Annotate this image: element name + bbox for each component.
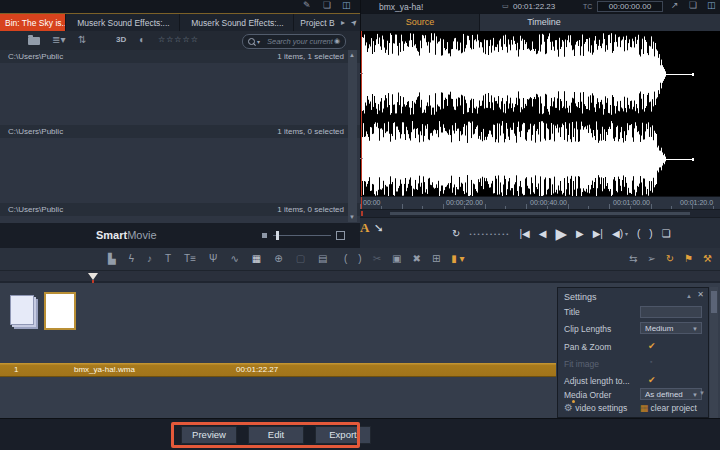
close-icon[interactable]: ✕ (697, 290, 704, 299)
audio-mixer-icon[interactable]: ⇆ (629, 254, 637, 264)
search-icon[interactable] (248, 38, 255, 45)
smartmovie-bar[interactable]: SmartMovie (0, 222, 360, 248)
scorefitter-icon[interactable]: ♪ (147, 254, 152, 264)
folder-icon[interactable] (28, 37, 40, 45)
zoom-slider-handle[interactable] (276, 231, 279, 240)
jump-start-button[interactable]: |◀ (519, 228, 529, 239)
delete-icon[interactable]: ✖ (413, 254, 421, 264)
wave-icon[interactable]: ∿ (230, 254, 238, 264)
player-h-scrollbar[interactable] (360, 209, 720, 217)
browser-section-header[interactable]: C:\Users\Public 1 items, 0 selected (0, 203, 360, 216)
tab-overflow-icon[interactable]: ▸ (341, 18, 345, 27)
title-input[interactable] (640, 306, 702, 318)
clear-grid-icon[interactable]: ▦ (640, 403, 649, 413)
fit-image-checkbox[interactable]: ▪ (650, 358, 652, 365)
title-icon[interactable]: T (165, 254, 171, 264)
snapshot-icon[interactable]: ▣ (392, 254, 401, 264)
browser-section-body[interactable] (0, 138, 348, 203)
keyboard-icon[interactable]: ▤ (318, 254, 327, 264)
timecode-field[interactable]: 00:00:00.00 (597, 1, 663, 12)
copy-icon[interactable]: ❏ (689, 1, 697, 10)
scroll-thumb[interactable] (711, 291, 717, 313)
flag-icon[interactable]: ⚑ (684, 254, 693, 264)
dual-pane-icon[interactable]: ◫ (707, 1, 716, 10)
h-scroll-thumb[interactable] (390, 212, 690, 215)
jump-end-button[interactable]: ▶| (593, 228, 603, 239)
dual-pane-icon[interactable]: ◫ (342, 1, 351, 10)
filter-icon[interactable]: ◉ (334, 37, 340, 45)
wrench-icon[interactable]: ⚒ (703, 254, 712, 264)
undock-button[interactable]: ❏ (662, 228, 671, 239)
volume-dropdown-icon[interactable]: ▾ (625, 230, 628, 237)
copy-icon[interactable]: ❏ (323, 1, 331, 10)
send-to-timeline-icon[interactable]: ➢ (647, 254, 655, 264)
browser-section-header[interactable]: C:\Users\Public 1 items, 0 selected (0, 125, 360, 138)
subtitle-icon[interactable]: T≡ (184, 254, 196, 264)
export-icon[interactable]: ↗ (671, 1, 679, 10)
disabled-tool-icon[interactable]: ▢ (296, 254, 305, 264)
adjust-length-checkbox[interactable]: ✔ (648, 375, 656, 385)
pan-zoom-checkbox[interactable]: ✔ (648, 341, 656, 351)
tab-source[interactable]: Source (361, 14, 480, 31)
timecode-ruler[interactable]: 00:0000:00:20.0000:00:40.0000:01:00.0000… (360, 196, 720, 209)
navigator-icon[interactable]: ▙ (108, 254, 116, 264)
audition-button[interactable]: A (360, 220, 369, 235)
browser-section-header[interactable]: C:\Users\Public 1 items, 1 selected (0, 50, 360, 63)
tab-muserk-1[interactable]: Muserk Sound Effects:... (68, 14, 180, 32)
clear-project-button[interactable]: clear project (651, 403, 697, 413)
pin-tab-icon[interactable]: ➤ (349, 17, 360, 28)
voiceover-icon[interactable]: Ψ (209, 254, 217, 264)
media-order-select[interactable]: As defined▼ (640, 388, 702, 400)
montage-icon[interactable]: ▦ (252, 254, 261, 264)
edit-pencil-icon[interactable]: ✎ (303, 1, 311, 10)
tab-project-bin[interactable]: Project B (296, 14, 339, 32)
step-forward-button[interactable]: ▶ (576, 228, 584, 239)
bottom-panel-scrollbar[interactable] (710, 287, 718, 418)
gear-icon[interactable]: ⚙ (564, 402, 573, 413)
mark-in-icon[interactable]: ( (344, 254, 347, 264)
video-settings-button[interactable]: video settings (575, 403, 627, 413)
loop-out-button[interactable]: ) (649, 228, 652, 239)
search-input[interactable] (265, 35, 335, 48)
audio-waveform-preview[interactable] (360, 31, 720, 196)
waveform-canvas[interactable] (360, 31, 720, 196)
zoom-out-icon[interactable] (262, 233, 267, 238)
send-to-library-icon[interactable]: ⊞ (432, 254, 440, 264)
browser-section-body[interactable] (0, 63, 348, 125)
selected-clip-thumbnail[interactable] (44, 292, 76, 330)
marker-icon[interactable]: ▮ ▾ (451, 254, 464, 264)
razor-icon[interactable]: ✂ (373, 254, 381, 264)
scroll-down-icon[interactable]: ▼ (349, 214, 355, 220)
volume-button[interactable]: ◀) (612, 228, 623, 239)
globe-icon[interactable]: ⊕ (274, 254, 282, 264)
sort-icon[interactable]: ⇅ (78, 35, 86, 45)
tab-timeline[interactable]: Timeline (479, 14, 609, 31)
view-3d-button[interactable]: 3D (116, 36, 126, 44)
list-view-icon[interactable]: ≣▾ (52, 35, 65, 45)
clip-stack-thumbnail[interactable] (10, 295, 38, 329)
loop-playback-icon[interactable]: ↻ (452, 228, 460, 239)
playhead-line[interactable] (361, 197, 362, 209)
tab-bin-active[interactable]: Bin: The Sky is...× (0, 14, 66, 32)
loop-icon[interactable]: ↻ (666, 254, 674, 264)
scroll-up-icon[interactable]: ▲ (349, 52, 355, 58)
cursor-tool-icon[interactable]: ➘ (374, 221, 384, 235)
clip-lengths-select[interactable]: Medium▼ (640, 322, 702, 334)
loop-in-button[interactable]: ( (637, 228, 640, 239)
storyboard-ruler-strip[interactable] (0, 271, 720, 283)
shuttle-speed-control[interactable]: •••••••••• (469, 231, 510, 237)
collapse-icon[interactable]: ▲ (686, 293, 692, 299)
browser-scrollbar[interactable]: ▲ ▼ (348, 50, 357, 222)
step-back-button[interactable]: ◀ (539, 228, 547, 239)
mark-out-icon[interactable]: ) (358, 254, 361, 264)
audio-ducking-icon[interactable]: ϟ (129, 254, 134, 264)
play-button[interactable]: ▶ (555, 225, 567, 243)
thumbnail-zoom-slider[interactable] (273, 235, 331, 236)
rating-stars[interactable]: ☆☆☆☆☆ (158, 36, 199, 44)
extra-dropdown-icon[interactable]: ▼ (699, 390, 705, 396)
storyboard-playhead-icon[interactable] (88, 273, 98, 280)
audio-track-row[interactable]: 1 bmx_ya-ha!.wma 00:01:22.27 (0, 363, 556, 377)
tab-muserk-2[interactable]: Muserk Sound Effects:... (182, 14, 294, 32)
search-dropdown-icon[interactable]: ▾ (257, 38, 260, 45)
zoom-in-icon[interactable] (336, 231, 345, 240)
